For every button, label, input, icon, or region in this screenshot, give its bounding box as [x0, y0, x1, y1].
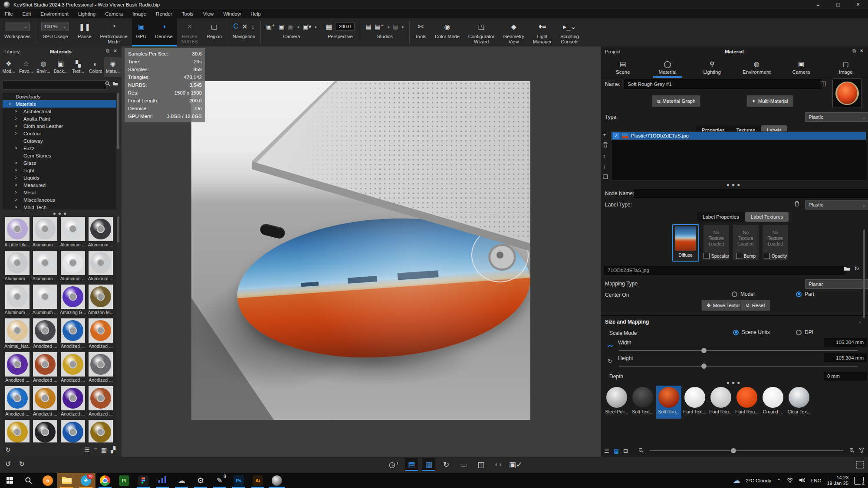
material-thumb[interactable]: Anodized ... [88, 352, 114, 383]
prev-camera-icon[interactable]: ◂ [297, 24, 299, 29]
menu-help[interactable]: Help [246, 11, 266, 16]
navigation-pan-icon[interactable]: ✕ [242, 23, 247, 31]
camera-select-icon[interactable]: ▣▾ [302, 23, 311, 30]
tree-item-gem-stones[interactable]: Gem Stones [3, 152, 116, 159]
tree-item-materials[interactable]: ∨Materials [3, 100, 116, 108]
view-list-small-icon[interactable]: ☰ [84, 446, 90, 453]
tree-item-axalta-paint[interactable]: >Axalta Paint [3, 115, 116, 122]
height-slider[interactable] [619, 366, 858, 367]
dpi-radio[interactable] [796, 330, 802, 335]
tree-scrollbar[interactable] [117, 93, 119, 149]
multi-material-button[interactable]: ✦Multi-Material [746, 95, 793, 107]
label-row-selected[interactable]: ✓ Plastic/71ODbZdETaS.jpg [612, 132, 866, 140]
project-float-icon[interactable]: ⧉ [852, 48, 856, 54]
lock-camera-icon[interactable]: ▣ [279, 23, 284, 30]
material-thumb[interactable] [32, 420, 58, 442]
performance-region-icon[interactable] [856, 461, 864, 468]
project-material-clear-textured[interactable]: Clear Tex... [786, 386, 812, 419]
material-thumb[interactable]: Anodized ... [60, 318, 86, 349]
project-close-icon[interactable]: ✕ [860, 48, 864, 54]
open-folder-icon[interactable] [844, 266, 850, 272]
workspaces-dropdown[interactable]: ⌄ [5, 22, 30, 31]
menu-tools[interactable]: Tools [177, 11, 198, 16]
geometry-view-toggle-icon[interactable]: ◫ [474, 458, 487, 471]
part-radio[interactable] [796, 291, 802, 297]
material-graph-button[interactable]: ⧈Material Graph [652, 95, 700, 107]
add-studio-icon[interactable]: ▤⁺ [375, 23, 384, 30]
configurator-wizard-button[interactable]: ◳ Configurator Wizard [464, 18, 499, 46]
footer-list-view-icon[interactable]: ☰ [604, 448, 609, 454]
render-viewport[interactable]: Samples Per Sec:30.6 Time:29s Samples:85… [122, 46, 601, 457]
tab-material[interactable]: ◯Material [645, 57, 690, 78]
menu-lighting[interactable]: Lighting [73, 11, 100, 16]
tools-button[interactable]: ✄ Tools [411, 18, 431, 46]
close-button[interactable]: ✕ [848, 0, 868, 9]
view-grid-small-icon[interactable]: ▦ [101, 446, 107, 453]
project-material-hard-rough[interactable]: Hard Rou... [708, 386, 733, 419]
taskbar-cloud-app[interactable]: ☁ [172, 473, 191, 488]
delete-label-icon[interactable] [603, 142, 608, 149]
tree-item-cloth-and-leather[interactable]: >Cloth and Leather [3, 122, 116, 130]
zoom-out-icon[interactable] [638, 448, 644, 454]
gpu-toggle[interactable]: ▣ GPU [132, 18, 151, 46]
project-material-ground[interactable]: Ground ... [760, 386, 786, 419]
project-toggle-icon[interactable]: ▥ [422, 458, 435, 471]
maximize-button[interactable]: ▢ [828, 0, 848, 9]
menu-window[interactable]: Window [218, 11, 246, 16]
taskbar-analytics[interactable] [153, 473, 172, 488]
clock[interactable]: 14:23 19-Jan-25 [827, 475, 848, 486]
material-thumb[interactable]: Aluminum ... [4, 251, 30, 281]
material-thumb[interactable]: Aluminum ... [4, 285, 30, 315]
next-studio-icon[interactable]: ▸ [402, 24, 404, 29]
depth-value-field[interactable]: 0 mm [824, 372, 867, 380]
material-thumb[interactable]: Anodized ... [88, 318, 114, 349]
screenshot-icon[interactable]: ▣✓ [509, 458, 522, 471]
material-thumb[interactable]: Anodized ... [4, 386, 30, 416]
subtab-label-textures[interactable]: Label Textures [745, 212, 789, 222]
material-thumb[interactable]: Anodized ... [32, 318, 58, 349]
save-material-icon[interactable]: ◫ [820, 80, 826, 87]
tree-item-architectural[interactable]: >Architectural [3, 108, 116, 115]
footer-grid-view-icon[interactable]: ▦ [614, 448, 619, 454]
view-list-large-icon[interactable]: ≡ [94, 446, 97, 453]
studios-group[interactable]: ▤ ▤⁺ ◂ ▤ ▸ Studios [361, 18, 408, 46]
navigation-dolly-icon[interactable]: ↓ [251, 23, 255, 30]
tree-item-downloads[interactable]: Downloads [3, 93, 116, 100]
thumbnail-size-thumb[interactable] [731, 448, 736, 453]
material-type-dropdown[interactable]: Plastic⌄ [805, 112, 868, 122]
taskbar-pt-app[interactable]: Pt [115, 473, 134, 488]
specular-texture-slot[interactable]: NoTextureLoaded Specular [703, 224, 730, 261]
library-tab-textures[interactable]: ▚Text... [69, 57, 87, 77]
perspective-grid-icon[interactable]: ▦ [326, 23, 332, 31]
material-thumb[interactable] [60, 420, 86, 442]
refresh-icon[interactable]: ↻ [19, 460, 24, 468]
taskbar-file-explorer[interactable] [57, 473, 76, 488]
material-thumb[interactable]: Animal_Nat... [4, 318, 30, 349]
bump-checkbox[interactable] [736, 253, 742, 259]
taskbar-settings[interactable]: ⚙ [191, 473, 210, 488]
label-visible-checkbox[interactable]: ✓ [613, 133, 619, 139]
scale-scene-units-option[interactable]: Scene Units [733, 329, 770, 335]
subtab-label-properties[interactable]: Label Properties [697, 212, 745, 222]
prev-studio-icon[interactable]: ◂ [387, 24, 389, 29]
specular-checkbox[interactable] [704, 253, 710, 259]
opacity-texture-slot[interactable]: NoTextureLoaded Opacity [762, 224, 789, 261]
weather-text[interactable]: 2°C Cloudy [746, 478, 771, 483]
focal-length-field[interactable]: 200.0 [335, 22, 355, 31]
taskbar-photoshop[interactable]: Ps [229, 473, 248, 488]
library-tab-models[interactable]: ❖Mod... [0, 57, 17, 77]
menu-camera[interactable]: Camera [100, 11, 128, 16]
thumbnail-size-slider[interactable] [650, 450, 843, 451]
library-toggle-icon[interactable]: ▤ [405, 458, 418, 471]
studio-icon[interactable]: ▤ [365, 23, 371, 30]
collapse-section-icon[interactable]: ⌄ [858, 319, 862, 324]
tree-item-glass[interactable]: >Glass [3, 159, 116, 167]
menu-file[interactable]: File [0, 11, 18, 16]
mapping-type-dropdown[interactable]: Planar⌄ [805, 279, 868, 289]
taskbar-telegram[interactable]: ✈70 [76, 473, 95, 488]
menu-render[interactable]: Render [151, 11, 177, 16]
menu-environment[interactable]: Environment [36, 11, 73, 16]
width-value-field[interactable]: 105.304 mm [824, 338, 867, 347]
grid-scrollbar[interactable] [117, 216, 119, 242]
tree-item-liquids[interactable]: >Liquids [3, 174, 116, 181]
